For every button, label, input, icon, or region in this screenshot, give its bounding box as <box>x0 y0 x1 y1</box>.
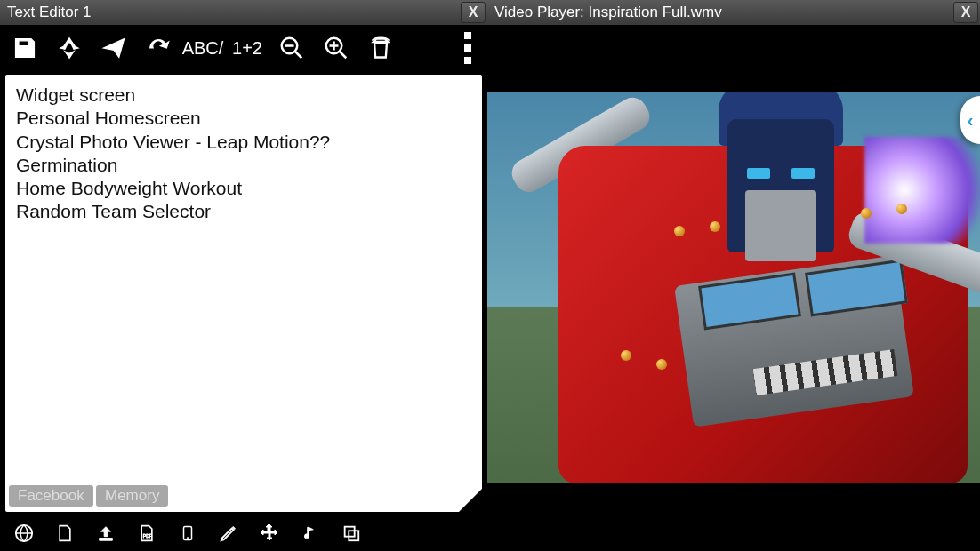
text-line: Home Bodyweight Workout <box>16 177 471 200</box>
editor-toolbar: ABC/ 1+2 <box>0 25 487 71</box>
refresh-icon <box>146 36 171 60</box>
text-line: Crystal Photo Viewer - Leap Motion?? <box>16 131 471 154</box>
pdf-button[interactable]: PDF <box>132 518 162 548</box>
video-frame-image <box>487 92 980 483</box>
device-button[interactable] <box>173 518 203 548</box>
text-line: Random Team Selector <box>16 200 471 223</box>
bg-label-memory: Memory <box>96 485 168 507</box>
more-menu-button[interactable] <box>454 32 482 64</box>
video-title: Video Player: Inspiration Full.wmv <box>494 4 722 21</box>
globe-icon <box>14 523 34 543</box>
dot-icon <box>464 44 471 52</box>
editor-area: RedditWikiImportant SalesLinkedInDownloa… <box>0 71 487 515</box>
text-editor-titlebar[interactable]: Text Editor 1 X <box>0 0 487 25</box>
bottom-taskbar: PDF <box>0 515 487 551</box>
wordcount-button[interactable]: 1+2 <box>228 28 267 68</box>
zoom-in-button[interactable] <box>317 28 356 68</box>
count-label: 1+2 <box>232 38 262 59</box>
svg-point-5 <box>187 538 189 539</box>
close-button[interactable]: X <box>461 2 486 23</box>
dot-icon <box>464 32 471 39</box>
close-icon: X <box>961 4 971 20</box>
trash-icon <box>368 35 393 61</box>
bg-label-facebook: Facebook <box>9 485 93 507</box>
music-note-icon <box>301 523 319 544</box>
copy-button[interactable] <box>336 518 366 548</box>
phone-icon <box>180 523 196 544</box>
dot-icon <box>464 57 471 64</box>
globe-button[interactable] <box>9 518 39 548</box>
send-button[interactable] <box>94 28 133 68</box>
copy-icon <box>341 523 361 543</box>
text-line: Germination <box>16 154 471 177</box>
zoom-out-icon <box>278 35 305 61</box>
refresh-button[interactable] <box>139 28 178 68</box>
abc-label: ABC/ <box>182 38 224 59</box>
file-icon <box>56 523 74 544</box>
spellcheck-button[interactable]: ABC/ <box>183 28 222 68</box>
pencil-icon <box>219 523 238 543</box>
text-editor-pane: Text Editor 1 X ABC/ 1+2 <box>0 0 487 551</box>
share-button[interactable] <box>50 28 89 68</box>
svg-text:PDF: PDF <box>143 533 152 539</box>
upload-icon <box>96 523 116 543</box>
zoom-out-button[interactable] <box>272 28 311 68</box>
paper-plane-icon <box>100 36 127 60</box>
edit-button[interactable] <box>213 518 244 548</box>
resize-handle-icon[interactable] <box>459 489 482 512</box>
text-editor-title: Text Editor 1 <box>7 4 92 21</box>
pdf-icon: PDF <box>138 523 156 544</box>
save-icon <box>12 36 37 60</box>
text-line: Personal Homescreen <box>16 107 471 130</box>
text-document[interactable]: Widget screen Personal Homescreen Crysta… <box>5 75 482 512</box>
move-button[interactable] <box>254 518 285 548</box>
share-fan-icon <box>56 35 83 61</box>
upload-button[interactable] <box>91 518 121 548</box>
chevron-left-icon: ‹ <box>968 110 974 131</box>
close-button[interactable]: X <box>953 2 978 23</box>
move-icon <box>259 523 280 544</box>
document-text[interactable]: Widget screen Personal Homescreen Crysta… <box>5 75 482 233</box>
close-icon: X <box>469 4 478 20</box>
video-titlebar[interactable]: Video Player: Inspiration Full.wmv X <box>487 0 980 25</box>
delete-button[interactable] <box>361 28 400 68</box>
video-player-pane: Video Player: Inspiration Full.wmv X <box>487 0 980 551</box>
save-button[interactable] <box>5 28 44 68</box>
zoom-in-icon <box>323 35 349 61</box>
music-button[interactable] <box>295 518 325 548</box>
new-file-button[interactable] <box>50 518 80 548</box>
text-line: Widget screen <box>16 84 471 107</box>
video-viewport[interactable] <box>487 25 980 551</box>
